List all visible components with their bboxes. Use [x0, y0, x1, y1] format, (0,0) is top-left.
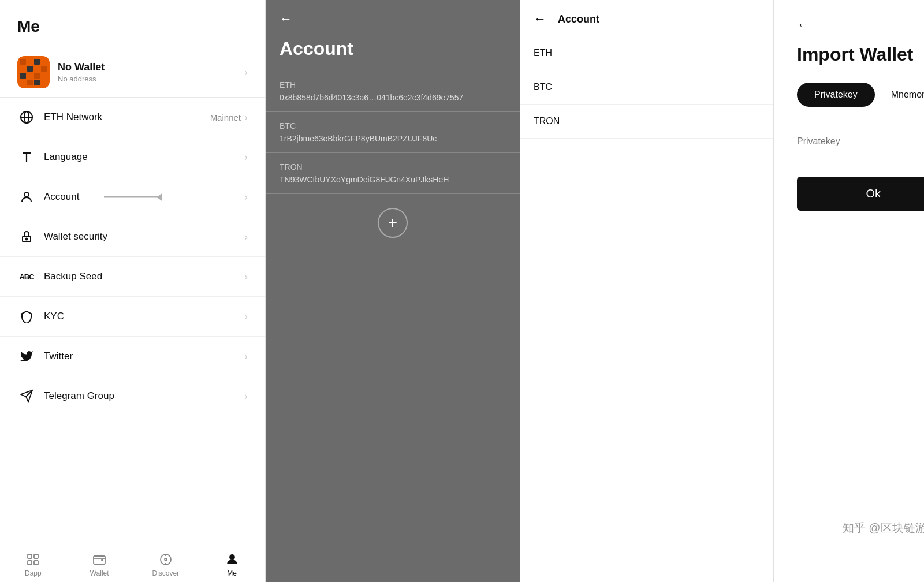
svg-point-31 [165, 558, 167, 561]
avatar-svg [18, 57, 49, 88]
menu-item-backup-seed[interactable]: ABC Backup Seed › [0, 257, 265, 297]
import-wallet-title: Import Wallet [797, 44, 924, 65]
menu-item-kyc[interactable]: KYC › [0, 297, 265, 337]
dapp-icon [25, 551, 41, 568]
import-input-row [797, 124, 924, 159]
nav-discover[interactable]: Discover [133, 549, 199, 580]
abc-icon: ABC [17, 267, 36, 286]
white-back-button[interactable]: ← [534, 12, 546, 27]
btc-label-dark: BTC [280, 121, 506, 130]
backup-seed-label: Backup Seed [44, 271, 244, 282]
btc-section-dark: BTC 1rB2jbme63eBbkrGFP8yBUmB2PZUJF8Uc [266, 112, 520, 153]
svg-rect-8 [41, 66, 47, 72]
tron-address-dark: TN93WCtbUYXoYgmDeiG8HJGn4XuPJksHeH [280, 175, 506, 184]
svg-rect-7 [34, 66, 40, 72]
eth-network-label: ETH Network [44, 111, 210, 123]
tron-label-dark: TRON [280, 162, 506, 171]
white-eth-row[interactable]: ETH [520, 36, 773, 70]
import-back-button[interactable]: ← [797, 17, 924, 32]
svg-rect-4 [41, 59, 47, 65]
svg-rect-28 [34, 561, 38, 565]
svg-rect-9 [20, 73, 26, 79]
eth-section-dark: ETH 0x8b858d7b6d4013c3a6…041bc6e2c3f4d69… [266, 71, 520, 112]
menu-item-wallet-security[interactable]: Wallet security › [0, 217, 265, 257]
add-account-button[interactable]: + [378, 208, 408, 238]
eth-label-dark: ETH [280, 80, 506, 89]
user-row[interactable]: No Wallet No address › [0, 47, 265, 98]
account-arrow-indicator [104, 196, 162, 198]
dark-account-title: Account [266, 32, 520, 71]
svg-rect-15 [34, 80, 40, 85]
wallet-security-chevron: › [244, 231, 248, 243]
user-row-chevron: › [244, 66, 248, 79]
privatekey-input[interactable] [797, 136, 924, 147]
svg-rect-1 [20, 59, 26, 65]
user-name: No Wallet [58, 61, 244, 73]
watermark: 知乎 @区块链游戏世界 [843, 520, 924, 536]
svg-rect-10 [27, 73, 33, 79]
menu-item-language[interactable]: Language › [0, 137, 265, 177]
eth-network-value: Mainnet [210, 113, 241, 122]
kyc-label: KYC [44, 311, 244, 322]
import-tab-group: Privatekey Mnemonic [797, 83, 924, 107]
language-label: Language [44, 151, 244, 163]
svg-point-24 [26, 238, 28, 240]
bottom-nav: Dapp Wallet Discover [0, 544, 265, 582]
nav-me-label: Me [227, 569, 237, 577]
svg-rect-29 [94, 556, 105, 564]
telegram-label: Telegram Group [44, 390, 244, 402]
wallet-security-label: Wallet security [44, 231, 244, 242]
menu-item-twitter[interactable]: Twitter › [0, 337, 265, 376]
nav-me[interactable]: Me [199, 549, 265, 580]
eth-network-chevron: › [244, 111, 248, 124]
twitter-chevron: › [244, 350, 248, 363]
globe-icon [17, 108, 36, 126]
white-account-header: ← Account [520, 0, 773, 36]
user-icon [17, 188, 36, 206]
wallet-icon [91, 551, 107, 568]
nav-dapp[interactable]: Dapp [0, 549, 66, 580]
svg-point-22 [24, 192, 29, 197]
svg-point-34 [230, 555, 234, 559]
svg-rect-13 [20, 80, 26, 85]
user-address: No address [58, 74, 244, 83]
tab-privatekey[interactable]: Privatekey [797, 83, 875, 107]
white-account-title: Account [558, 13, 599, 25]
twitter-label: Twitter [44, 350, 244, 362]
twitter-icon [17, 347, 36, 365]
tron-section-dark: TRON TN93WCtbUYXoYgmDeiG8HJGn4XuPJksHeH [266, 153, 520, 194]
kyc-chevron: › [244, 311, 248, 323]
svg-rect-6 [27, 66, 33, 72]
avatar [17, 56, 50, 88]
menu-item-account[interactable]: Account › [0, 177, 265, 217]
backup-seed-chevron: › [244, 271, 248, 283]
ok-button[interactable]: Ok [797, 177, 924, 211]
discover-icon [158, 551, 174, 568]
menu-item-eth-network[interactable]: ETH Network Mainnet › [0, 98, 265, 137]
shield-icon [17, 307, 36, 326]
eth-address-dark: 0x8b858d7b6d4013c3a6…041bc6e2c3f4d69e755… [280, 93, 506, 102]
svg-rect-11 [34, 73, 40, 79]
nav-wallet-label: Wallet [90, 569, 109, 577]
language-chevron: › [244, 151, 248, 163]
me-title: Me [0, 0, 265, 47]
nav-wallet[interactable]: Wallet [66, 549, 133, 580]
telegram-chevron: › [244, 390, 248, 402]
white-btc-row[interactable]: BTC [520, 70, 773, 105]
panel-account-white: ← Account ETH BTC TRON [520, 0, 774, 582]
account-chevron: › [244, 191, 248, 203]
nav-discover-label: Discover [152, 569, 180, 577]
dark-back-button[interactable]: ← [266, 0, 520, 32]
svg-rect-26 [34, 554, 38, 558]
panel-me: Me [0, 0, 266, 582]
tab-mnemonic[interactable]: Mnemonic [875, 83, 924, 107]
me-nav-icon [224, 551, 240, 568]
panel-account-dark: ← Account ETH 0x8b858d7b6d4013c3a6…041bc… [266, 0, 520, 582]
svg-rect-16 [41, 80, 47, 85]
svg-rect-3 [34, 59, 40, 65]
menu-item-telegram[interactable]: Telegram Group › [0, 376, 265, 416]
text-icon [17, 148, 36, 166]
white-tron-row[interactable]: TRON [520, 105, 773, 139]
svg-rect-14 [27, 80, 33, 85]
nav-dapp-label: Dapp [25, 569, 42, 577]
